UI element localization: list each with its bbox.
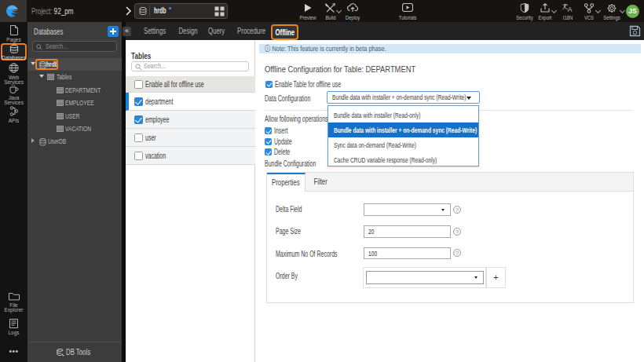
svg-text:A: A <box>568 5 573 13</box>
